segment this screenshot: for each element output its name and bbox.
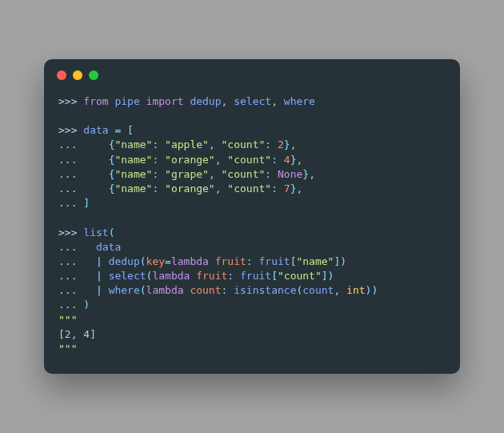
- var-data: data: [83, 124, 108, 136]
- module-pipe: pipe: [114, 95, 139, 107]
- op-eq: =: [165, 255, 171, 267]
- window-titlebar: [44, 59, 460, 86]
- var-fruit: fruit: [259, 255, 290, 267]
- keyword-lambda: lambda: [152, 270, 190, 282]
- key-count: "count": [227, 182, 271, 194]
- rbrace: }: [302, 168, 309, 180]
- comma: ,: [222, 95, 228, 107]
- key-name: "name": [114, 138, 152, 150]
- key-count: "count": [222, 138, 266, 150]
- arg-count: count: [190, 284, 221, 296]
- lparen: (: [109, 227, 115, 239]
- colon: :: [152, 168, 158, 180]
- val-orange: "orange": [165, 182, 215, 194]
- val-2: 2: [278, 138, 284, 150]
- key-name: "name": [296, 255, 334, 267]
- val-orange: "orange": [165, 154, 215, 166]
- key-name: "name": [114, 182, 152, 194]
- lbracket: [: [127, 124, 134, 136]
- var-count: count: [302, 284, 334, 296]
- var-fruit: fruit: [240, 270, 271, 282]
- rbrace: }: [284, 138, 290, 150]
- fn-select: select: [109, 270, 146, 282]
- comma: ,: [309, 168, 315, 180]
- prompt-continuation: ...: [58, 138, 77, 150]
- lbracket: [: [271, 270, 278, 282]
- prompt-continuation: ...: [58, 241, 77, 253]
- import-where: where: [284, 95, 315, 107]
- import-select: select: [234, 95, 271, 107]
- comma: ,: [215, 182, 222, 194]
- close-icon[interactable]: [57, 70, 66, 80]
- comma: ,: [296, 182, 302, 194]
- triple-quote: """: [58, 314, 77, 326]
- prompt-continuation: ...: [58, 168, 77, 180]
- prompt-continuation: ...: [58, 299, 77, 311]
- val-none: None: [278, 168, 302, 180]
- prompt-primary: >>>: [58, 95, 77, 107]
- key-name: "name": [114, 168, 152, 180]
- terminal-window: >>> from pipe import dedup, select, wher…: [44, 59, 460, 374]
- rbracket: ]: [83, 197, 90, 209]
- triple-quote: """: [58, 343, 77, 355]
- minimize-icon[interactable]: [73, 70, 82, 80]
- fn-isinstance: isinstance: [234, 284, 296, 296]
- keyword-import: import: [146, 95, 184, 107]
- fn-list: list: [83, 227, 108, 239]
- rbracket: ]: [322, 270, 328, 282]
- val-apple: "apple": [165, 138, 209, 150]
- fn-where: where: [109, 284, 140, 296]
- key-count: "count": [222, 168, 266, 180]
- colon: :: [246, 255, 253, 267]
- rparen: ): [371, 284, 378, 296]
- var-data: data: [96, 241, 121, 253]
- colon: :: [152, 138, 158, 150]
- colon: :: [271, 182, 278, 194]
- rparen: ): [83, 299, 90, 311]
- comma: ,: [334, 284, 340, 296]
- comma: ,: [209, 138, 215, 150]
- val-4: 4: [284, 154, 290, 166]
- key-name: "name": [114, 154, 152, 166]
- fn-dedup: dedup: [109, 255, 140, 267]
- comma: ,: [296, 154, 302, 166]
- prompt-continuation: ...: [58, 255, 77, 267]
- colon: :: [265, 138, 271, 150]
- prompt-primary: >>>: [58, 227, 77, 239]
- pipe-op: |: [96, 284, 102, 296]
- rparen: ): [328, 270, 334, 282]
- type-int: int: [346, 284, 365, 296]
- import-dedup: dedup: [190, 95, 221, 107]
- output-result: [2, 4]: [58, 328, 96, 340]
- prompt-continuation: ...: [58, 270, 77, 282]
- prompt-primary: >>>: [58, 124, 77, 136]
- arg-fruit: fruit: [196, 270, 227, 282]
- comma: ,: [209, 168, 215, 180]
- colon: :: [152, 182, 158, 194]
- key-count: "count": [278, 270, 322, 282]
- comma: ,: [290, 138, 297, 150]
- op-eq: =: [114, 124, 121, 136]
- keyword-lambda: lambda: [146, 284, 184, 296]
- arg-fruit: fruit: [215, 255, 246, 267]
- colon: :: [271, 154, 278, 166]
- prompt-continuation: ...: [58, 182, 77, 194]
- colon: :: [227, 270, 234, 282]
- lparen: (: [140, 255, 146, 267]
- colon: :: [265, 168, 271, 180]
- keyword-from: from: [83, 95, 108, 107]
- val-7: 7: [284, 182, 290, 194]
- colon: :: [152, 154, 158, 166]
- lparen: (: [140, 284, 146, 296]
- prompt-continuation: ...: [58, 284, 77, 296]
- pipe-op: |: [96, 255, 102, 267]
- key-count: "count": [227, 154, 271, 166]
- rparen: ): [340, 255, 346, 267]
- maximize-icon[interactable]: [89, 70, 98, 80]
- prompt-continuation: ...: [58, 154, 77, 166]
- colon: :: [222, 284, 228, 296]
- val-grape: "grape": [165, 168, 209, 180]
- comma: ,: [215, 154, 222, 166]
- prompt-continuation: ...: [58, 197, 77, 209]
- code-content: >>> from pipe import dedup, select, wher…: [44, 86, 460, 374]
